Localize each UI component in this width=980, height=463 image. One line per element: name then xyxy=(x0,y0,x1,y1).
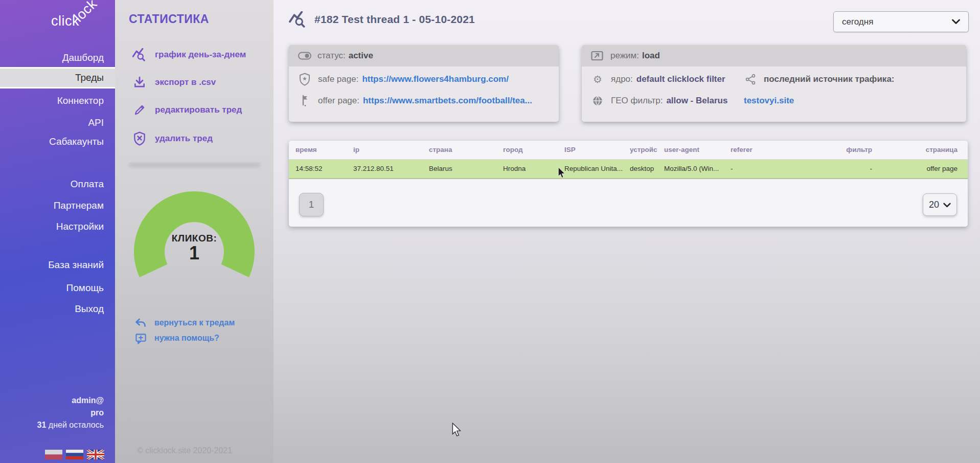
page-title: #182 Test thread 1 - 05-10-2021 xyxy=(314,13,475,26)
toggle-icon xyxy=(298,50,311,61)
app-window: clicklock Дашборд Треды Коннектор API Са… xyxy=(0,0,980,463)
divider xyxy=(129,163,260,164)
english-flag[interactable] xyxy=(87,450,104,459)
comment-plus-icon xyxy=(134,332,147,345)
status-panel: статус: active safe page: https://www.fl… xyxy=(289,45,559,122)
shield-star-icon xyxy=(298,73,311,85)
action-label: редактировать тред xyxy=(155,105,242,115)
cell-device: desktop xyxy=(623,159,657,179)
clicklock-logo: clicklock xyxy=(51,13,105,29)
col-filter[interactable]: фильтр xyxy=(826,141,882,159)
last-traffic-source-row: последний источник трафика: xyxy=(744,69,895,90)
gear-icon: ⚙ xyxy=(591,73,604,85)
sidebar-item-help[interactable]: Помощь xyxy=(0,277,115,299)
last-traffic-source-label: последний источник трафика: xyxy=(764,74,895,84)
polish-flag[interactable] xyxy=(45,450,62,459)
page-header: #182 Test thread 1 - 05-10-2021 xyxy=(289,11,475,28)
link-label: вернуться к тредам xyxy=(154,318,235,327)
sidebar-item-payment[interactable]: Оплата xyxy=(0,173,115,195)
cell-city: Hrodna xyxy=(496,159,558,179)
col-country[interactable]: страна xyxy=(422,141,496,159)
statistics-title: СТАТИСТИКА xyxy=(129,12,209,26)
pencil-icon xyxy=(132,102,147,118)
offer-page-label: offer page: xyxy=(318,96,359,106)
link-need-help[interactable]: нужна помощь? xyxy=(115,330,274,346)
cell-country: Belarus xyxy=(422,159,496,179)
period-select[interactable]: сегодня xyxy=(833,11,969,32)
sidebar-item-partners[interactable]: Партнерам xyxy=(0,195,115,216)
undo-icon xyxy=(134,316,147,329)
share-nodes-icon xyxy=(744,73,757,85)
core-value: default clicklock filter xyxy=(636,74,725,84)
table-row[interactable]: 14:58:52 37.212.80.51 Belarus Hrodna Rep… xyxy=(289,159,968,179)
mode-value: load xyxy=(642,51,660,61)
safe-page-label: safe page: xyxy=(318,74,358,84)
chart-search-icon xyxy=(289,11,307,28)
col-referer[interactable]: referer xyxy=(724,141,826,159)
sidebar-item-subaccounts[interactable]: Сабакаунты xyxy=(0,131,115,152)
traffic-source-link[interactable]: testovyi.site xyxy=(744,96,794,106)
cell-time: 14:58:52 xyxy=(289,159,347,179)
offer-page-row: offer page: https://www.smartbets.com/fo… xyxy=(289,90,559,112)
cell-page: offer page xyxy=(882,159,968,179)
safe-page-row: safe page: https://www.flowers4hamburg.c… xyxy=(289,69,559,90)
sidebar-item-settings[interactable]: Настройки xyxy=(0,216,115,237)
action-label: удалить тред xyxy=(155,134,213,144)
sidebar: clicklock Дашборд Треды Коннектор API Са… xyxy=(0,0,115,463)
status-value: active xyxy=(349,51,373,61)
traffic-source-link-row: testovyi.site xyxy=(744,90,895,112)
clicks-table: время ip страна город ISP устройство use… xyxy=(289,141,968,179)
flag-icon xyxy=(298,95,311,107)
period-select-value: сегодня xyxy=(842,17,873,27)
sidebar-item-api[interactable]: API xyxy=(0,112,115,134)
pagination-page-button[interactable]: 1 xyxy=(299,193,324,216)
col-isp[interactable]: ISP xyxy=(558,141,623,159)
link-back-to-threads[interactable]: вернуться к тредам xyxy=(115,315,274,331)
col-ip[interactable]: ip xyxy=(347,141,422,159)
geo-filter-label: ГЕО фильтр: xyxy=(611,96,663,106)
chart-search-icon xyxy=(132,47,147,62)
sidebar-item-knowledge-base[interactable]: База знаний xyxy=(0,254,115,276)
mode-panel-header: режим: load xyxy=(582,45,966,67)
action-edit-thread[interactable]: редактировать тред xyxy=(115,99,274,121)
account-email: admin@ xyxy=(37,396,104,405)
page-size-select[interactable]: 20 xyxy=(923,193,957,216)
sidebar-item-threads[interactable]: Треды xyxy=(0,67,115,89)
chevron-down-icon xyxy=(952,17,960,27)
account-days-left: 31 дней осталось xyxy=(37,421,104,430)
action-day-by-day-chart[interactable]: график день-за-днем xyxy=(115,44,274,65)
gauge-center-text: КЛИКОВ: 1 xyxy=(133,233,256,262)
action-delete-thread[interactable]: удалить тред xyxy=(115,128,274,149)
action-label: экспорт в .csv xyxy=(155,77,216,87)
shield-x-icon xyxy=(132,131,147,146)
cell-ip: 37.212.80.51 xyxy=(347,159,422,179)
chevron-down-icon xyxy=(943,200,951,210)
page-size-value: 20 xyxy=(929,200,939,210)
mode-panel: режим: load ⚙ ядро: default clicklock fi… xyxy=(582,45,966,122)
col-page[interactable]: страница xyxy=(882,141,968,159)
safe-page-link[interactable]: https://www.flowers4hamburg.com/ xyxy=(362,74,509,84)
gauge-value: 1 xyxy=(133,244,256,262)
russian-flag[interactable] xyxy=(66,450,83,459)
box-arrow-icon xyxy=(591,50,604,61)
col-city[interactable]: город xyxy=(496,141,558,159)
status-panel-header: статус: active xyxy=(289,45,559,67)
cell-filter: - xyxy=(826,159,882,179)
sidebar-item-logout[interactable]: Выход xyxy=(0,298,115,320)
status-label: статус: xyxy=(317,51,346,61)
action-export-csv[interactable]: экспорт в .csv xyxy=(115,72,274,93)
link-label: нужна помощь? xyxy=(154,334,219,343)
statistics-panel: СТАТИСТИКА график день-за-днем экспорт в… xyxy=(115,0,274,463)
col-time[interactable]: время xyxy=(289,141,347,159)
col-user-agent[interactable]: user-agent xyxy=(657,141,724,159)
table-header-row: время ip страна город ISP устройство use… xyxy=(289,141,968,159)
main-content: #182 Test thread 1 - 05-10-2021 сегодня … xyxy=(274,0,980,463)
offer-page-link[interactable]: https://www.smartbets.com/football/tea..… xyxy=(363,96,532,106)
globe-icon xyxy=(591,95,604,107)
clicks-table-card: время ip страна город ISP устройство use… xyxy=(289,141,968,227)
sidebar-item-connector[interactable]: Коннектор xyxy=(0,90,115,112)
core-label: ядро: xyxy=(611,74,633,84)
col-device[interactable]: устройство xyxy=(623,141,657,159)
sidebar-item-dashboard[interactable]: Дашборд xyxy=(0,47,115,69)
account-info: admin@ pro 31 дней осталось xyxy=(37,396,104,430)
